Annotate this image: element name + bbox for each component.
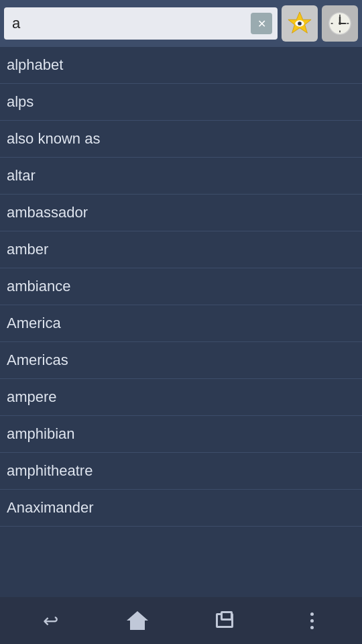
list-item[interactable]: amber xyxy=(0,231,362,268)
list-item-label: alphabet xyxy=(7,56,63,74)
list-item[interactable]: America xyxy=(0,305,362,342)
more-options-button[interactable] xyxy=(292,600,332,641)
list-item[interactable]: Anaximander xyxy=(0,490,362,527)
list-item[interactable]: altar xyxy=(0,158,362,195)
search-container: a xyxy=(4,7,278,40)
list-item[interactable]: also known as xyxy=(0,121,362,158)
history-button[interactable] xyxy=(322,5,358,42)
list-container: alphabetalpsalso known asaltarambassador… xyxy=(0,47,362,597)
clear-button[interactable] xyxy=(251,13,272,34)
svg-point-10 xyxy=(339,22,341,25)
list-item[interactable]: ambassador xyxy=(0,195,362,231)
list-item-label: Americas xyxy=(7,352,68,369)
list-item-label: ambassador xyxy=(7,204,88,221)
recents-icon xyxy=(216,613,233,628)
svg-point-2 xyxy=(298,21,302,25)
list-item-label: amphibian xyxy=(7,425,75,443)
more-options-icon xyxy=(310,612,314,629)
list-item[interactable]: ampere xyxy=(0,379,362,416)
list-item-label: amphitheatre xyxy=(7,462,93,480)
nav-bar: ↩ xyxy=(0,597,362,644)
back-icon: ↩ xyxy=(43,610,58,632)
back-button[interactable]: ↩ xyxy=(30,600,70,641)
list-item-label: ambiance xyxy=(7,278,70,295)
list-item-label: ampere xyxy=(7,388,57,406)
list-item-label: also known as xyxy=(7,130,100,148)
list-item[interactable]: Americas xyxy=(0,342,362,379)
favorites-button[interactable] xyxy=(282,5,318,42)
list-item[interactable]: alphabet xyxy=(0,47,362,84)
list-item[interactable]: alps xyxy=(0,84,362,121)
list-item-label: altar xyxy=(7,167,36,184)
list-item-label: alps xyxy=(7,93,34,111)
list-item[interactable]: ambiance xyxy=(0,268,362,305)
star-icon xyxy=(287,11,312,36)
home-button[interactable] xyxy=(117,600,158,641)
search-input[interactable]: a xyxy=(4,7,278,40)
clock-icon xyxy=(327,11,353,36)
list-item-label: Anaximander xyxy=(7,499,94,517)
header: a xyxy=(0,0,362,47)
list-item[interactable]: amphitheatre xyxy=(0,453,362,490)
list-item-label: amber xyxy=(7,241,48,258)
list-item[interactable]: amphibian xyxy=(0,416,362,453)
home-icon xyxy=(128,611,147,630)
list-item-label: America xyxy=(7,315,61,332)
recents-button[interactable] xyxy=(204,600,245,641)
